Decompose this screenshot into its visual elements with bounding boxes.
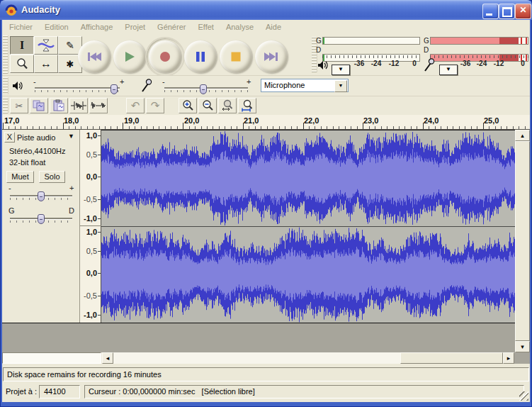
menu-analyse[interactable]: Analyse <box>226 23 254 31</box>
output-scale--36: -36 <box>354 60 364 67</box>
trim-button[interactable] <box>69 98 88 113</box>
minimize-button[interactable] <box>482 4 499 19</box>
input-recent-peak <box>499 38 519 44</box>
track-control-panel: X Piste audio ▼ Stéréo,44100Hz 32-bit fl… <box>2 130 80 323</box>
mixer-grip[interactable] <box>3 77 9 94</box>
input-level-fill <box>431 38 499 44</box>
skip-to-start-button[interactable] <box>78 40 111 73</box>
amplitude-ruler[interactable]: 1,0 0,5 0,0 -0,5 -1,0 1,0 0,5 0,0 -0,5 -… <box>80 130 101 323</box>
menu-fichier[interactable]: Fichier <box>9 23 33 31</box>
menu-effet[interactable]: Effet <box>198 23 213 31</box>
multi-tool-icon: ✱ <box>67 59 74 69</box>
cut-button[interactable]: ✂ <box>10 98 28 113</box>
time-label-19: 19,0 <box>124 116 139 125</box>
horizontal-scroll-thumb[interactable] <box>400 352 503 364</box>
menu-bar: Fichier Edition Affichage Projet Générer… <box>2 20 530 34</box>
selection-tool-button[interactable]: I <box>10 36 34 55</box>
close-button[interactable]: ✕ <box>515 4 531 19</box>
copy-button[interactable] <box>30 98 48 113</box>
record-icon <box>159 50 171 63</box>
fit-selection-button[interactable] <box>218 98 237 113</box>
silence-button[interactable] <box>89 98 108 113</box>
vertical-scrollbar[interactable]: ▴ ▾ <box>515 130 530 352</box>
dropdown-arrow-icon: ▼ <box>446 66 451 72</box>
redo-icon: ↷ <box>151 99 160 112</box>
input-volume-slider[interactable] <box>164 84 248 94</box>
envelope-tool-button[interactable] <box>34 36 58 55</box>
waveform-right-channel[interactable] <box>101 227 515 323</box>
pause-button[interactable] <box>184 40 217 73</box>
amp-1.0: 1,0 <box>86 131 97 140</box>
waveform-left-channel[interactable] <box>101 130 515 226</box>
combo-dropdown-icon[interactable]: ▼ <box>334 80 347 92</box>
fit-project-button[interactable] <box>238 98 256 113</box>
scrollbar-corner <box>514 352 530 364</box>
waveform-display[interactable] <box>101 130 515 323</box>
redo-button[interactable]: ↷ <box>146 98 164 113</box>
paste-button[interactable] <box>50 98 68 113</box>
slider-track <box>35 87 120 89</box>
zoom-in-button[interactable] <box>179 98 197 113</box>
output-meter-bar-left[interactable] <box>322 37 420 45</box>
output-meter-right-label: D <box>316 46 321 54</box>
gain-slider[interactable] <box>10 191 72 202</box>
input-source-select[interactable]: Microphone ▼ <box>261 79 349 92</box>
output-scale--24: -24 <box>371 60 381 67</box>
zoom-tool-button[interactable] <box>10 55 34 73</box>
window-resize-grip[interactable] <box>519 391 528 401</box>
stop-button[interactable] <box>220 40 252 73</box>
menu-edition[interactable]: Edition <box>45 23 69 31</box>
status-bar-project: Projet à : 44100 Curseur : 0:00,000000 m… <box>2 382 530 402</box>
maximize-button[interactable] <box>499 4 515 19</box>
time-label-18: 18,0 <box>64 116 79 125</box>
output-meter: G D -36 -24 -12 0 ▼ <box>316 37 422 75</box>
output-volume-slider[interactable] <box>35 84 120 94</box>
track-close-button[interactable]: X <box>4 132 15 143</box>
toolbar-grip[interactable] <box>3 35 9 74</box>
timeline-ruler[interactable]: 17,0 18,0 19,0 20,0 21,0 22,0 23,0 24,0 … <box>2 115 530 130</box>
pause-icon <box>195 51 206 62</box>
scroll-down-button[interactable]: ▾ <box>515 341 530 352</box>
solo-button[interactable]: Solo <box>39 171 65 183</box>
output-volume-thumb[interactable] <box>111 84 118 94</box>
microphone-icon <box>141 79 152 93</box>
edit-grip[interactable] <box>3 98 9 113</box>
time-label-25: 25,0 <box>484 116 499 125</box>
silence-icon <box>91 100 106 111</box>
amp-0.0: 0,0 <box>86 172 97 181</box>
output-meter-dropdown-button[interactable]: ▼ <box>332 65 350 75</box>
record-button[interactable] <box>149 40 181 73</box>
input-meter-dropdown-button[interactable]: ▼ <box>439 65 458 75</box>
scroll-left-button[interactable]: ◂ <box>102 352 113 364</box>
zoom-out-button[interactable] <box>198 98 217 113</box>
time-shift-tool-button[interactable]: ↔ <box>34 55 58 73</box>
input-volume-thumb[interactable] <box>200 84 207 94</box>
menu-affichage[interactable]: Affichage <box>81 23 113 31</box>
pan-thumb[interactable] <box>38 214 45 224</box>
status-bar-disk: Disk space remains for recording 16 minu… <box>2 367 530 382</box>
pan-slider[interactable] <box>10 213 72 225</box>
amp-0.0: 0,0 <box>86 269 97 277</box>
play-button[interactable] <box>113 40 146 73</box>
menu-generer[interactable]: Générer <box>157 23 186 31</box>
vertical-scroll-thumb[interactable] <box>515 141 530 341</box>
track-title[interactable]: Piste audio <box>17 133 55 142</box>
input-meter-ticks <box>430 55 528 58</box>
skip-to-end-button[interactable] <box>255 40 288 73</box>
skip-to-start-icon <box>86 51 102 62</box>
scroll-right-button[interactable]: ▸ <box>503 352 514 364</box>
title-bar[interactable]: Audacity ✕ <box>0 0 532 20</box>
selection-tool-icon: I <box>20 39 24 52</box>
gain-thumb[interactable] <box>38 191 45 201</box>
scroll-up-button[interactable]: ▴ <box>515 130 530 141</box>
mute-button[interactable]: Muet <box>6 171 34 183</box>
horizontal-scrollbar[interactable]: ◂ ▸ <box>2 352 530 364</box>
input-meter-bar-left[interactable] <box>430 37 528 45</box>
output-volume-max-label: + <box>120 77 124 86</box>
zoom-in-icon <box>181 99 195 112</box>
track-menu-arrow-icon[interactable]: ▼ <box>68 133 74 140</box>
cut-icon: ✂ <box>16 101 23 111</box>
menu-projet[interactable]: Projet <box>125 23 145 31</box>
undo-button[interactable]: ↶ <box>126 98 145 113</box>
menu-aide[interactable]: Aide <box>266 23 281 31</box>
